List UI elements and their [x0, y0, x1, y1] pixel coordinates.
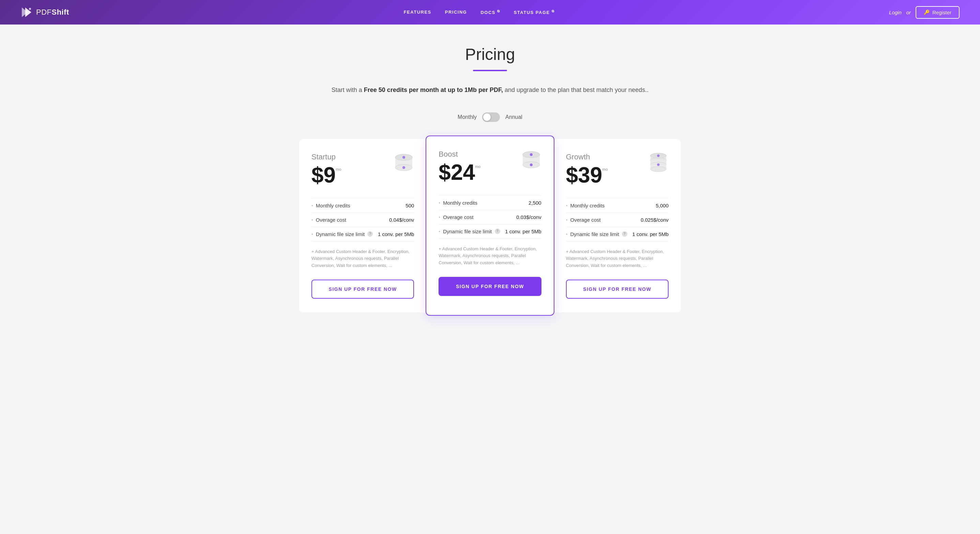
svg-point-8 — [402, 166, 405, 169]
svg-point-2 — [29, 8, 31, 10]
plan-growth-price: $39 — [566, 164, 603, 186]
register-button[interactable]: 🔑 Register — [916, 6, 959, 19]
logo-text-shift: Shift — [52, 8, 69, 16]
nav-links: FEATURES PRICING DOCS ⧉ STATUS PAGE ⧉ — [404, 9, 555, 15]
plan-growth-price-row: $39 mo — [566, 164, 608, 186]
growth-credits-row: ● Monthly credits 5,000 — [566, 199, 668, 213]
plan-boost-price-row: $24 mo — [439, 161, 480, 183]
boost-overage-value: 0.03$/conv — [516, 214, 541, 220]
nav-docs[interactable]: DOCS ⧉ — [480, 9, 500, 15]
database-icon-boost — [521, 150, 541, 174]
logo[interactable]: PDFShift — [21, 6, 69, 18]
startup-dynamic-value: 1 conv. per 5Mb — [378, 231, 414, 237]
startup-credits-value: 500 — [406, 203, 414, 208]
boost-credits-row: ● Monthly credits 2,500 — [439, 196, 541, 210]
plan-startup: Startup $9 mo — [299, 139, 426, 312]
startup-signup-button[interactable]: SIGN UP FOR FREE NOW — [312, 280, 414, 299]
plan-boost-price: $24 — [439, 161, 475, 183]
info-icon-boost[interactable]: ? — [495, 229, 500, 234]
logo-text-pdf: PDF — [36, 8, 52, 16]
plan-boost-period: mo — [475, 164, 480, 171]
page-subtitle: Start with a Free 50 credits per month a… — [299, 85, 681, 95]
navbar: PDFShift FEATURES PRICING DOCS ⧉ STATUS … — [0, 0, 980, 24]
svg-point-7 — [402, 156, 405, 159]
billing-toggle-switch[interactable] — [482, 112, 500, 122]
boost-features-note: + Advanced Custom Header & Footer, Encry… — [439, 246, 541, 267]
external-link-icon-2: ⧉ — [552, 9, 555, 13]
svg-point-21 — [651, 167, 667, 172]
page-header: Pricing Start with a Free 50 credits per… — [299, 45, 681, 95]
plan-boost: Boost $24 mo — [426, 135, 554, 316]
title-underline — [473, 70, 507, 71]
startup-credits-row: ● Monthly credits 500 — [312, 199, 414, 213]
external-link-icon: ⧉ — [497, 9, 500, 13]
boost-overage-row: ● Overage cost 0.03$/conv — [439, 210, 541, 224]
growth-features: ● Monthly credits 5,000 ● Overage cost 0… — [566, 198, 668, 242]
startup-features: ● Monthly credits 500 ● Overage cost 0.0… — [312, 198, 414, 242]
boost-db-icon — [521, 150, 541, 174]
nav-features[interactable]: FEATURES — [404, 10, 431, 15]
boost-signup-button[interactable]: SIGN UP FOR FREE NOW — [439, 277, 541, 296]
nav-status[interactable]: STATUS PAGE ⧉ — [514, 9, 555, 15]
startup-db-icon — [394, 153, 414, 176]
svg-point-23 — [657, 154, 659, 157]
annual-label: Annual — [505, 114, 522, 120]
boost-dynamic-row: ● Dynamic file size limit ? 1 conv. per … — [439, 224, 541, 239]
svg-point-13 — [530, 153, 533, 156]
boost-features: ● Monthly credits 2,500 ● Overage cost 0… — [439, 195, 541, 239]
growth-dynamic-value: 1 conv. per 5Mb — [632, 231, 668, 237]
startup-dynamic-row: ● Dynamic file size limit ? 1 conv. per … — [312, 227, 414, 242]
startup-features-note: + Advanced Custom Header & Footer, Encry… — [312, 248, 414, 269]
plan-growth-name: Growth — [566, 153, 608, 161]
plan-startup-period: mo — [336, 167, 341, 174]
plan-growth: Growth $39 mo — [554, 139, 681, 312]
plan-growth-period: mo — [602, 167, 608, 174]
plan-startup-name: Startup — [312, 153, 341, 161]
plan-boost-header: Boost $24 mo — [439, 150, 541, 183]
billing-toggle: Monthly Annual — [299, 112, 681, 122]
nav-pricing[interactable]: PRICING — [445, 10, 467, 15]
info-icon-startup[interactable]: ? — [368, 231, 373, 237]
plan-startup-header: Startup $9 mo — [312, 153, 414, 186]
plan-startup-price-row: $9 mo — [312, 164, 341, 186]
login-link[interactable]: Login — [889, 10, 902, 15]
main-content: Pricing Start with a Free 50 credits per… — [286, 24, 694, 333]
growth-db-icon — [648, 153, 668, 176]
svg-point-14 — [530, 164, 533, 166]
nav-auth: Login or 🔑 Register — [889, 6, 959, 19]
growth-credits-value: 5,000 — [655, 203, 668, 208]
growth-dynamic-row: ● Dynamic file size limit ? 1 conv. per … — [566, 227, 668, 242]
boost-credits-value: 2,500 — [528, 200, 541, 206]
page-title: Pricing — [299, 45, 681, 64]
boost-dynamic-value: 1 conv. per 5Mb — [505, 229, 541, 234]
monthly-label: Monthly — [458, 114, 477, 120]
growth-signup-button[interactable]: SIGN UP FOR FREE NOW — [566, 280, 668, 299]
plan-startup-price: $9 — [312, 164, 336, 186]
plan-growth-header: Growth $39 mo — [566, 153, 668, 186]
database-icon-growth — [648, 153, 668, 176]
database-icon-startup — [394, 153, 414, 176]
key-icon: 🔑 — [924, 10, 929, 15]
growth-overage-value: 0.025$/conv — [641, 217, 668, 223]
info-icon-growth[interactable]: ? — [622, 231, 627, 237]
growth-overage-row: ● Overage cost 0.025$/conv — [566, 213, 668, 227]
plan-boost-name: Boost — [439, 150, 480, 159]
pricing-grid: Startup $9 mo — [299, 139, 681, 312]
svg-point-24 — [657, 163, 659, 165]
startup-overage-value: 0.04$/conv — [389, 217, 414, 223]
toggle-thumb — [483, 113, 491, 121]
startup-overage-row: ● Overage cost 0.04$/conv — [312, 213, 414, 227]
nav-or-text: or — [907, 10, 911, 15]
growth-features-note: + Advanced Custom Header & Footer, Encry… — [566, 248, 668, 269]
